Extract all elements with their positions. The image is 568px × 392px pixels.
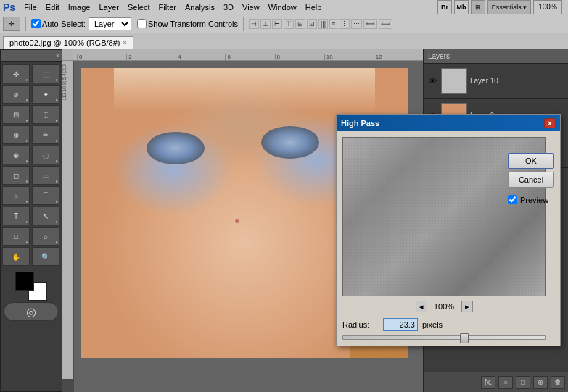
toolbox-close-btn[interactable]: × — [56, 52, 59, 59]
tool-marquee[interactable]: ⬚▸ — [32, 64, 59, 83]
align-middle-icon[interactable]: ⊞ — [295, 19, 305, 29]
slider-thumb[interactable] — [460, 333, 469, 343]
tool-zoom[interactable]: ⌕▸ — [32, 227, 59, 246]
delete-layer-btn[interactable]: 🗑 — [551, 376, 565, 389]
move-tool-options[interactable]: ✛ — [3, 17, 20, 31]
tool-dodge[interactable]: ○▸ — [2, 186, 30, 205]
dist-h-icon[interactable]: ||| — [318, 19, 328, 29]
tool-lasso[interactable]: ⌀▸ — [2, 85, 30, 104]
color-pair — [15, 272, 47, 301]
layer-visibility-layer-10[interactable]: 👁 — [427, 75, 438, 87]
auto-select-dropdown[interactable]: Layer Group — [89, 17, 131, 30]
preview-checkbox[interactable] — [508, 195, 517, 204]
dialog-close-btn[interactable]: × — [544, 118, 556, 128]
bridge-icon[interactable]: Br — [437, 0, 452, 14]
menu-item-window[interactable]: Window — [264, 1, 301, 13]
tool-zoom2[interactable]: 🔍 — [32, 247, 59, 266]
ruler-v-ticks: 024681012 — [62, 61, 73, 100]
toolbox-header: × — [1, 50, 62, 62]
high-pass-dialog: High Pass × ◂ 100% ▸ Radius: — [336, 114, 561, 346]
fg-color-swatch[interactable] — [15, 272, 34, 291]
new-layer-btn[interactable]: □ — [516, 376, 530, 389]
menu-item-help[interactable]: Help — [301, 1, 326, 13]
layer-item-layer-10[interactable]: 👁 Layer 10 — [424, 64, 568, 99]
tool-path-select[interactable]: ↖▸ — [32, 207, 59, 225]
menu-item-layer[interactable]: Layer — [94, 1, 123, 13]
cancel-button[interactable]: Cancel — [508, 172, 554, 188]
menu-item-filter[interactable]: Filter — [155, 1, 181, 13]
tool-shape[interactable]: □▸ — [2, 227, 30, 246]
ruler-tick-h: 8 — [275, 54, 324, 60]
workspace: × ✛▸⬚▸⌀▸✦▸⊡▸⌶▸⊕▸✏▸⊗▸◌▸◻▸▭▸○▸⌒▸T▸↖▸□▸⌕▸✋🔍… — [0, 49, 568, 392]
tab-filename: photo02.jpg @ 100% (RGB/8#) — [9, 38, 120, 47]
zoom-percent-display: 100% — [432, 302, 457, 311]
ruler-vertical: 024681012 — [62, 61, 73, 379]
tool-pen[interactable]: ⌒▸ — [32, 186, 59, 205]
ruler-tick-h: 2 — [126, 54, 176, 60]
align-top-icon[interactable]: ⊤ — [284, 19, 294, 29]
align-right-icon[interactable]: ⊢ — [272, 19, 282, 29]
tab-close-btn[interactable]: × — [123, 39, 126, 46]
tool-brush[interactable]: ✏▸ — [32, 125, 59, 144]
dialog-titlebar: High Pass × — [337, 115, 560, 131]
tool-eyedropper[interactable]: ⌶▸ — [32, 105, 59, 124]
align-left-icon[interactable]: ⊣ — [249, 19, 259, 29]
tool-history[interactable]: ◌▸ — [32, 146, 59, 164]
radius-input[interactable] — [383, 318, 418, 331]
dialog-zoom-bar: ◂ 100% ▸ — [342, 301, 546, 312]
zoom-level: 100% — [533, 0, 562, 14]
ruler-tick-h: 12 — [374, 54, 423, 60]
layer-name-layer-10: Layer 10 — [470, 77, 565, 85]
radius-slider[interactable] — [342, 335, 546, 340]
transform-icons: ⊣ ⊥ ⊢ ⊤ ⊞ ⊡ ||| ≡ ⋮ ⋯ ⟺ ⟻ — [249, 19, 392, 29]
tool-hand[interactable]: ✋ — [2, 247, 30, 266]
effects-btn[interactable]: fx. — [481, 376, 495, 389]
dist5-icon[interactable]: ⟻ — [379, 19, 392, 29]
dist4-icon[interactable]: ⟺ — [363, 19, 377, 29]
menu-item-view[interactable]: View — [238, 1, 264, 13]
auto-select-checkbox[interactable] — [31, 19, 41, 28]
menu-item-image[interactable]: Image — [64, 1, 95, 13]
workspace-dropdown[interactable]: Essentials ▾ — [487, 0, 531, 14]
transform-controls-checkbox[interactable] — [137, 19, 147, 28]
radius-label: Radius: — [342, 320, 379, 329]
dist-v-icon[interactable]: ≡ — [329, 19, 337, 29]
right-eye — [261, 126, 319, 159]
tool-clone[interactable]: ⊗▸ — [2, 146, 30, 164]
tool-type[interactable]: T▸ — [2, 207, 30, 225]
ruler-tick-h: 6 — [225, 54, 274, 60]
forehead — [114, 68, 375, 112]
auto-select-label: Auto-Select: — [31, 19, 86, 28]
tool-gradient[interactable]: ▭▸ — [32, 166, 59, 185]
ok-button[interactable]: OK — [508, 153, 554, 169]
menu-item-3d[interactable]: 3D — [219, 1, 238, 13]
ruler-corner — [62, 49, 73, 61]
dist2-icon[interactable]: ⋮ — [339, 19, 350, 29]
tool-move[interactable]: ✛▸ — [2, 64, 30, 83]
menu-item-analysis[interactable]: Analysis — [181, 1, 219, 13]
dialog-body: ◂ 100% ▸ Radius: pixels — [337, 131, 560, 346]
new-group-btn[interactable]: ○ — [498, 376, 513, 389]
mini-bridge-icon[interactable]: Mb — [454, 0, 469, 14]
zoom-out-btn[interactable]: ◂ — [416, 301, 427, 312]
tool-eraser[interactable]: ◻▸ — [2, 166, 30, 185]
tool-crop[interactable]: ⊡▸ — [2, 105, 30, 124]
menu-item-file[interactable]: File — [20, 1, 41, 13]
arrange-icon[interactable]: ⊞ — [471, 0, 485, 14]
ruler-tick-h: 10 — [324, 54, 374, 60]
zoom-in-btn[interactable]: ▸ — [461, 301, 473, 312]
menu-item-select[interactable]: Select — [123, 1, 155, 13]
align-bottom-icon[interactable]: ⊡ — [307, 19, 317, 29]
align-center-icon[interactable]: ⊥ — [260, 19, 271, 29]
radius-unit: pixels — [422, 320, 443, 329]
quick-mask-btn[interactable]: ◎ — [4, 302, 59, 321]
layers-panel-title: Layers — [428, 52, 450, 60]
menu-item-edit[interactable]: Edit — [41, 1, 64, 13]
dist3-icon[interactable]: ⋯ — [351, 19, 362, 29]
add-mask-btn[interactable]: ⊕ — [533, 376, 548, 389]
tool-healing[interactable]: ⊕▸ — [2, 125, 30, 144]
document-tab[interactable]: photo02.jpg @ 100% (RGB/8#) × — [3, 36, 133, 49]
options-bar: ✛ Auto-Select: Layer Group Show Transfor… — [0, 14, 568, 33]
tool-magic-wand[interactable]: ✦▸ — [32, 85, 59, 104]
ruler-tick-h: 4 — [176, 54, 225, 60]
